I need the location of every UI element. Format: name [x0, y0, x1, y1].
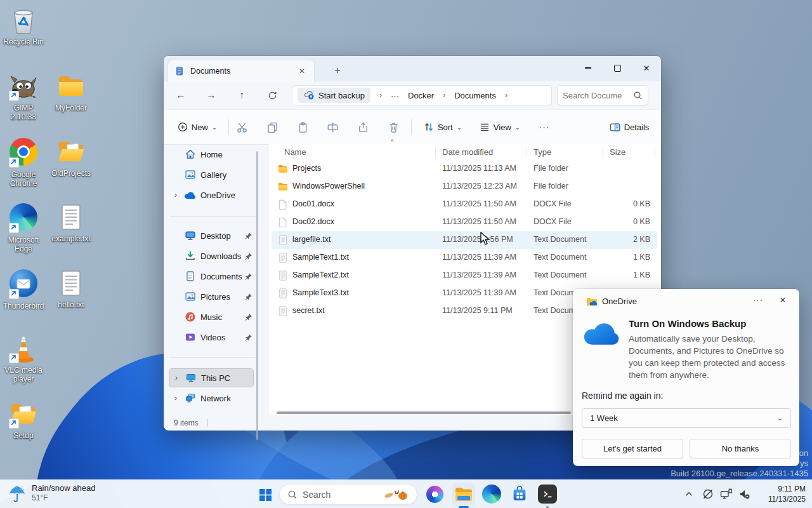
chevron-down-icon: ⌄	[515, 124, 520, 131]
desktop-icon-oldprojects[interactable]: OldProjects	[49, 137, 93, 200]
lets-get-started-button[interactable]: Let's get started	[582, 439, 683, 458]
breadcrumb-docker[interactable]: Docker	[408, 91, 434, 100]
no-thanks-button[interactable]: No thanks	[690, 439, 791, 458]
new-button[interactable]: New ⌄	[173, 117, 222, 137]
taskbar-search[interactable]: Search	[279, 484, 417, 505]
sidebar-scrollbar[interactable]	[256, 151, 258, 440]
desktop-icon-google-chrome[interactable]: Google Chrome	[1, 137, 46, 200]
gimp-icon	[8, 71, 39, 102]
share-button[interactable]	[353, 117, 373, 137]
popup-close-button[interactable]: ✕	[773, 291, 792, 308]
taskbar-terminal[interactable]	[536, 483, 559, 505]
close-button[interactable]: ✕	[632, 58, 661, 77]
shortcut-arrow-icon	[9, 353, 19, 363]
back-button[interactable]: ←	[171, 85, 191, 105]
start-button[interactable]	[254, 484, 276, 505]
tab-close-button[interactable]: ✕	[295, 64, 309, 78]
column-divider[interactable]	[655, 147, 655, 157]
desktop-icon-hello-txt[interactable]: hello.txt	[49, 268, 93, 331]
clock[interactable]: 9:11 PM 11/13/2025	[749, 484, 806, 504]
popup-more-button[interactable]: ···	[748, 291, 768, 308]
column-divider[interactable]	[527, 147, 527, 157]
remind-interval-select[interactable]: 1 Week ⌄	[582, 408, 791, 428]
column-header-type[interactable]: Type	[534, 147, 551, 157]
no-internet-icon[interactable]	[700, 485, 716, 503]
desktop-icon-recycle-bin[interactable]: Recycle Bin	[1, 5, 46, 69]
horizontal-scrollbar[interactable]	[277, 411, 571, 414]
expand-chevron-icon[interactable]: ›	[169, 190, 183, 199]
more-options-button[interactable]: ···	[533, 117, 556, 137]
weather-widget[interactable]: Rain/snow ahead 51°F	[8, 483, 95, 503]
details-button[interactable]: Details	[601, 117, 657, 137]
minimize-button[interactable]	[573, 58, 603, 77]
title-bar[interactable]: Documents ✕ + ✕	[164, 56, 661, 81]
desktop-icon-label: Recycle Bin	[1, 37, 46, 46]
sidebar-item-gallery[interactable]: › Gallery	[169, 165, 254, 184]
sidebar-item-videos[interactable]: › Videos	[169, 328, 254, 347]
new-tab-button[interactable]: +	[330, 63, 345, 78]
taskbar-edge[interactable]	[480, 483, 503, 505]
popup-body-text: Automatically save your Desktop, Documen…	[629, 333, 796, 381]
breadcrumb-ellipsis[interactable]: ···	[391, 91, 399, 100]
onedrive-cloud-icon	[183, 190, 198, 199]
file-row-sampletext2[interactable]: SampleText2.txt 11/13/2025 11:39 AM Text…	[272, 267, 657, 284]
desktop-icon-myfolder[interactable]: MyFolder	[49, 71, 93, 135]
view-button[interactable]: View ⌄	[475, 117, 525, 137]
file-row-largefile[interactable]: largefile.txt 11/13/2025 8:56 PM Text Do…	[272, 231, 657, 249]
taskbar: Rain/snow ahead 51°F Search	[0, 479, 812, 508]
desktop-icon-vlc[interactable]: VLC media player	[1, 333, 46, 397]
sidebar-item-documents[interactable]: › Documents	[169, 267, 254, 286]
file-row-sampletext1[interactable]: SampleText1.txt 11/13/2025 11:39 AM Text…	[272, 249, 657, 267]
breadcrumb-documents[interactable]: Documents	[454, 91, 496, 100]
file-row-windowspowershell[interactable]: WindowsPowerShell 11/13/2025 12:23 AM Fi…	[272, 178, 657, 196]
desktop-icon-microsoft-edge[interactable]: Microsoft Edge	[1, 202, 46, 265]
sidebar-item-home[interactable]: › Home	[169, 145, 254, 164]
folder-open-icon	[56, 137, 86, 167]
desktop-icon-setup[interactable]: Setup	[1, 399, 46, 462]
column-header-size[interactable]: Size	[610, 147, 625, 157]
sidebar-item-this-pc[interactable]: › This PC	[169, 368, 254, 387]
paste-button[interactable]	[292, 117, 313, 137]
command-bar: New ⌄ Sort ⌄ View ⌄ ···	[164, 109, 661, 145]
start-backup-button[interactable]: Start backup	[298, 88, 370, 103]
music-icon	[183, 311, 198, 323]
desktop-icon-example-txt[interactable]: example.txt	[49, 202, 93, 265]
delete-button[interactable]	[383, 117, 403, 137]
copy-button[interactable]	[262, 117, 282, 137]
address-bar[interactable]: Start backup › ··· Docker › Documents ›	[292, 85, 552, 105]
text-file-icon	[277, 305, 289, 317]
cut-button[interactable]	[232, 117, 252, 137]
sort-button[interactable]: Sort ⌄	[417, 117, 468, 137]
edge-icon	[8, 203, 39, 234]
search-input[interactable]: Search Docume	[557, 85, 648, 105]
forward-button[interactable]: →	[201, 85, 221, 105]
hidden-icons-chevron[interactable]	[681, 485, 697, 503]
refresh-button[interactable]	[262, 85, 282, 105]
file-row-projects[interactable]: Projects 11/13/2025 11:13 AM File folder	[272, 160, 657, 178]
file-row-doc01[interactable]: Doc01.docx 11/13/2025 11:50 AM DOCX File…	[272, 196, 657, 213]
sidebar-item-pictures[interactable]: › Pictures	[169, 287, 254, 306]
rename-button[interactable]	[322, 117, 343, 137]
sidebar-item-desktop[interactable]: › Desktop	[169, 226, 254, 245]
expand-chevron-icon[interactable]: ›	[169, 373, 183, 382]
sidebar-item-onedrive[interactable]: › OneDrive	[169, 185, 254, 204]
taskbar-store[interactable]	[508, 483, 531, 505]
column-header-date-modified[interactable]: Date modified	[442, 147, 493, 157]
ethernet-icon[interactable]	[717, 485, 735, 503]
column-divider[interactable]	[435, 147, 436, 157]
sidebar-item-network[interactable]: › Network	[169, 389, 254, 408]
expand-chevron-icon[interactable]: ›	[169, 394, 183, 403]
desktop-icon-thunderbird[interactable]: Thunderbird	[1, 268, 46, 331]
column-header-name[interactable]: Name	[284, 147, 306, 157]
taskbar-file-explorer[interactable]	[452, 483, 475, 505]
file-row-doc02[interactable]: Doc02.docx 11/13/2025 11:50 AM DOCX File…	[272, 213, 657, 231]
desktop-icon-gimp[interactable]: GIMP 2.10.38	[1, 71, 46, 135]
clock-date: 11/13/2025	[749, 494, 806, 504]
tab-documents[interactable]: Documents ✕	[167, 60, 315, 82]
up-button[interactable]: ↑	[232, 85, 252, 105]
column-divider[interactable]	[603, 147, 603, 157]
maximize-button[interactable]	[603, 58, 632, 77]
sidebar-item-music[interactable]: › Music	[169, 307, 254, 326]
taskbar-copilot[interactable]	[423, 483, 446, 505]
sidebar-item-downloads[interactable]: › Downloads	[169, 246, 254, 265]
